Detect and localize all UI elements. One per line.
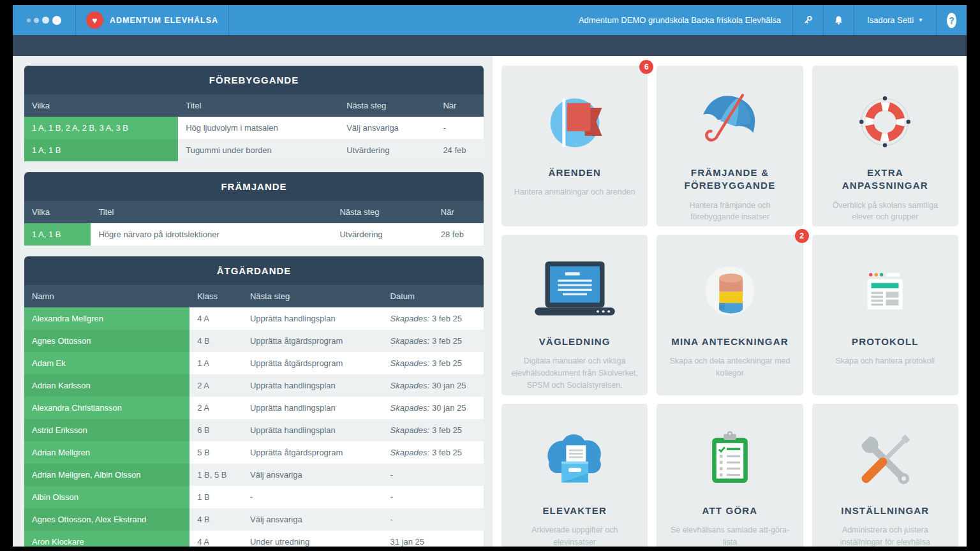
card-description: Skapa och dela anteckningar med kollegor — [665, 355, 794, 379]
card-arenden[interactable]: 6 ÄRENDEN Hantera anmälningar och ärende… — [501, 66, 648, 226]
school-name: Admentum DEMO grundskola Backa friskola … — [567, 5, 792, 35]
skapades-label: Skapades: — [390, 403, 429, 413]
card-title: INSTÄLLNINGAR — [823, 504, 947, 517]
column-header: Nästa steg — [332, 201, 433, 223]
klass-cell: 4 B — [189, 508, 242, 531]
key-button[interactable] — [792, 5, 823, 35]
table-row[interactable]: 1 A, 1 B Högre närvaro på idrottslektion… — [24, 223, 484, 246]
klass-cell: 4 A — [189, 531, 242, 547]
table-row[interactable]: Agnes Ottosson, Alex Ekstrand 4 B Välj a… — [24, 508, 484, 531]
card-description: Hantera anmälningar och ärenden — [510, 186, 639, 198]
skapades-label: Skapades: — [390, 358, 429, 368]
table-row[interactable]: Albin Olsson 1 B - - — [24, 486, 484, 508]
nasta-steg-cell: Välj ansvariga — [339, 117, 435, 139]
datum-cell: Skapades:3 feb 25 — [383, 419, 484, 441]
table-row[interactable]: Astrid Eriksson 6 B Upprätta handlingspl… — [24, 419, 484, 441]
datum-cell: 31 jan 25 — [383, 531, 484, 547]
card-title: FRÄMJANDE & FÖREBYGGANDE — [668, 166, 792, 193]
card-mina-anteckningar[interactable]: 2 MINA ANTECKNINGAR Skapa o — [657, 235, 803, 395]
bell-icon — [834, 14, 843, 26]
protocol-document-icon — [812, 254, 958, 328]
titel-cell: Hög ljudvolym i matsalen — [178, 117, 339, 139]
home-logo[interactable]: ♥ ADMENTUM ELEVHÄLSA — [76, 5, 229, 35]
table-row[interactable]: Adam Ek 1 A Upprätta åtgärdsprogram Skap… — [24, 352, 484, 374]
klass-cell: 2 A — [189, 397, 242, 419]
table-row[interactable]: Adrian Mellgren, Albin Olsson 1 B, 5 B V… — [24, 464, 484, 486]
secondary-navbar — [13, 35, 967, 56]
card-title: VÄGLEDNING — [512, 335, 637, 348]
card-description: Hantera främjande och förebyggande insat… — [665, 200, 794, 224]
datum-value: 3 feb 25 — [432, 314, 462, 323]
nasta-steg-cell: Upprätta handlingsplan — [242, 307, 383, 330]
card-title: ÄRENDEN — [512, 166, 637, 179]
table-row[interactable]: Alexandra Mellgren 4 A Upprätta handling… — [24, 307, 484, 330]
datum-value: 30 jan 25 — [432, 403, 466, 413]
namn-cell: Albin Olsson — [24, 486, 189, 508]
notification-badge: 2 — [795, 229, 809, 243]
notes-cylinder-icon — [657, 254, 803, 328]
flag-icon — [501, 85, 648, 159]
column-header: Titel — [178, 94, 339, 117]
table-row[interactable]: Alexandra Christiansson 2 A Upprätta han… — [24, 397, 484, 419]
nasta-steg-cell: Under utredning — [242, 531, 383, 547]
notifications-button[interactable] — [823, 5, 854, 35]
vilka-cell: 1 A, 1 B — [24, 223, 91, 246]
nasta-steg-cell: Välj ansvariga — [242, 508, 383, 531]
card-elevakter[interactable]: ELEVAKTER Arkiverade uppgifter och elevi… — [501, 404, 648, 547]
laptop-icon — [501, 254, 648, 328]
tables-panel: FÖREBYGGANDE Vilka Titel Nästa steg När … — [13, 56, 493, 547]
vilka-cell: 1 A, 1 B — [24, 139, 178, 161]
card-protokoll[interactable]: PROTOKOLL Skapa och hantera protokoll — [812, 235, 958, 395]
tools-icon — [812, 423, 958, 497]
datum-cell: - — [383, 464, 484, 486]
datum-cell: Skapades:3 feb 25 — [383, 352, 484, 374]
column-header: Datum — [383, 285, 484, 307]
namn-cell: Adrian Karlsson — [24, 374, 189, 397]
skapades-label: Skapades: — [390, 381, 429, 390]
column-header: När — [435, 94, 484, 117]
table-row[interactable]: 1 A, 1 B Tugummi under borden Utvärderin… — [24, 139, 484, 161]
datum-value: 30 jan 25 — [432, 381, 466, 390]
namn-cell: Adrian Mellgren — [24, 441, 189, 464]
table-row[interactable]: Aron Klockare 4 A Under utredning 31 jan… — [24, 531, 484, 547]
datum-value: 31 jan 25 — [390, 537, 425, 547]
datum-cell: - — [383, 486, 484, 508]
namn-cell: Adrian Mellgren, Albin Olsson — [24, 464, 189, 486]
card-title: ATT GÖRA — [668, 504, 792, 517]
card-description: Överblick på skolans samtliga elever och… — [820, 200, 949, 224]
card-att-gora[interactable]: ATT GÖRA Se elevhälsans samlade att-göra… — [657, 404, 803, 547]
user-menu[interactable]: Isadora Setti ▼ — [854, 5, 936, 35]
column-header: Namn — [24, 285, 189, 307]
table-row[interactable]: 1 A, 1 B, 2 A, 2 B, 3 A, 3 B Hög ljudvol… — [24, 117, 484, 139]
namn-cell: Aron Klockare — [24, 531, 189, 547]
dot-icon — [42, 17, 49, 24]
modules-panel: 6 ÄRENDEN Hantera anmälningar och ärende… — [493, 56, 967, 547]
card-extra-anpassningar[interactable]: EXTRA ANPASSNINGAR Överblick på skolans … — [812, 66, 958, 226]
klass-cell: 6 B — [189, 419, 242, 441]
nasta-steg-cell: Upprätta handlingsplan — [242, 374, 383, 397]
card-vagledning[interactable]: VÄGLEDNING Digitala manualer och viktiga… — [501, 235, 648, 395]
datum-value: 3 feb 25 — [432, 448, 462, 457]
help-button[interactable]: ? — [936, 5, 967, 35]
atgardande-table: ÅTGÄRDANDE Namn Klass Nästa steg Datum A… — [24, 256, 484, 547]
datum-cell: Skapades:3 feb 25 — [383, 330, 484, 352]
titel-cell: Tugummi under borden — [178, 139, 339, 161]
card-installningar[interactable]: INSTÄLLNINGAR Administrera och justera i… — [812, 404, 958, 547]
skapades-label: Skapades: — [390, 425, 429, 435]
table-header-row: Vilka Titel Nästa steg När — [24, 201, 484, 223]
nasta-steg-cell: Välj ansvariga — [242, 464, 383, 486]
table-row[interactable]: Adrian Karlsson 2 A Upprätta handlingspl… — [24, 374, 484, 397]
table-row[interactable]: Adrian Mellgren 5 B Upprätta åtgärdsprog… — [24, 441, 484, 464]
namn-cell: Adam Ek — [24, 352, 189, 374]
klass-cell: 4 A — [189, 307, 242, 330]
klass-cell: 1 B — [189, 486, 242, 508]
card-title: EXTRA ANPASSNINGAR — [823, 166, 947, 193]
datum-value: 3 feb 25 — [432, 358, 462, 368]
dot-icon — [34, 18, 39, 23]
table-row[interactable]: Agnes Ottosson 4 B Upprätta åtgärdsprogr… — [24, 330, 484, 352]
datum-cell: Skapades:3 feb 25 — [383, 307, 484, 330]
key-icon — [803, 14, 813, 26]
card-title: ELEVAKTER — [512, 504, 637, 517]
card-framjande-forebyggande[interactable]: FRÄMJANDE & FÖREBYGGANDE Hantera främjan… — [657, 66, 803, 226]
datum-value: - — [390, 492, 393, 502]
